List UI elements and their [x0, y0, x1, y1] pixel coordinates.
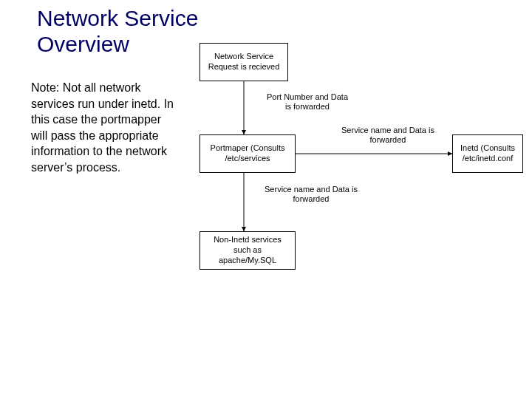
edge-label-portmapper-to-inetd: Service name and Data is forwarded	[340, 126, 436, 145]
node-portmapper: Portmaper (Consults /etc/services	[200, 134, 296, 173]
edge-label-request-to-portmapper: Port Number and Data is forwarded	[263, 92, 352, 112]
node-inetd-label: Inetd (Consults /etc/inetd.conf	[457, 143, 518, 164]
edge-label-portmapper-to-noninetd: Service name and Data is forwarded	[263, 185, 359, 204]
note-text: Note: Not all network services run under…	[31, 80, 179, 176]
node-request: Network Service Request is recieved	[200, 43, 288, 81]
node-portmapper-label: Portmaper (Consults /etc/services	[205, 143, 290, 164]
node-request-label: Network Service Request is recieved	[205, 52, 283, 72]
title-line-2: Overview	[37, 32, 129, 56]
node-non-inetd: Non-Inetd services such as apache/My.SQL	[200, 231, 296, 270]
title-line-1: Network Service	[37, 6, 198, 30]
node-inetd: Inetd (Consults /etc/inetd.conf	[452, 134, 523, 173]
page-title: Network Service Overview	[37, 6, 198, 57]
flow-diagram: Network Service Request is recieved Port…	[192, 37, 525, 318]
node-non-inetd-label: Non-Inetd services such as apache/My.SQL	[205, 235, 290, 265]
